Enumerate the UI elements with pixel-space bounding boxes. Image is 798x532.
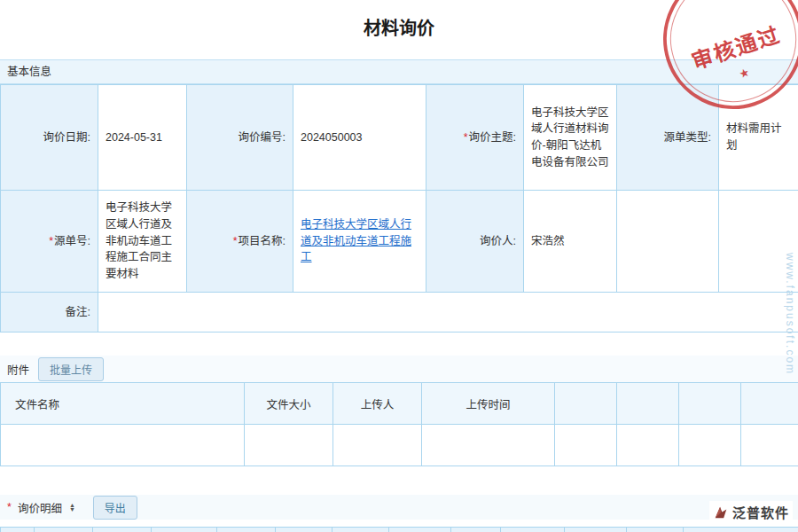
attach-col-filesize: 文件大小 bbox=[245, 383, 333, 425]
project-name-value: 电子科技大学区域人行道及非机动车道工程施工 bbox=[293, 191, 426, 293]
detail-col-unit: 单位 bbox=[217, 528, 276, 532]
attach-col-extra-4 bbox=[741, 383, 798, 425]
detail-col-remark: 备注 bbox=[684, 528, 798, 532]
attach-col-upload-time: 上传时间 bbox=[422, 383, 555, 425]
detail-required-mark: * bbox=[7, 501, 12, 513]
basic-info-table: 询价日期: 2024-05-31 询价编号: 2024050003 *询价主题:… bbox=[0, 84, 798, 332]
section-basic-info: 基本信息 bbox=[0, 59, 798, 84]
remark-value bbox=[98, 293, 798, 332]
inquiry-date-value: 2024-05-31 bbox=[98, 85, 187, 191]
export-button[interactable]: 导出 bbox=[93, 496, 137, 520]
detail-col-tax-incl-price: *含税单价 bbox=[389, 528, 451, 532]
sort-icon[interactable]: ▲▼ bbox=[69, 503, 75, 512]
fanpu-logo: 泛普软件 bbox=[709, 501, 793, 523]
attachments-table: 文件名称 文件大小 上传人 上传时间 bbox=[0, 382, 798, 466]
detail-header-row: 序号 *材料名称 材料编号 规格型号 单位 *数量 *供应商 *含税单价 *税率… bbox=[1, 528, 798, 532]
remark-label: 备注: bbox=[1, 293, 98, 332]
inquirer-label: 询价人: bbox=[426, 191, 524, 293]
detail-col-tax-rate: *税率(%) bbox=[451, 528, 501, 532]
detail-col-tax-excl-amount: 不含税金额 bbox=[565, 528, 627, 532]
detail-col-supplier: *供应商 bbox=[332, 528, 389, 532]
source-type-label: 源单类型: bbox=[617, 85, 719, 191]
attach-col-extra-2 bbox=[617, 383, 679, 425]
inquirer-value: 宋浩然 bbox=[524, 191, 617, 293]
detail-col-seq: 序号 bbox=[1, 528, 35, 532]
detail-col-material-name: *材料名称 bbox=[35, 528, 93, 532]
inquiry-subject-value: 电子科技大学区域人行道材料询价-朝阳飞达机电设备有限公司 bbox=[524, 85, 617, 191]
source-type-value: 材料需用计划 bbox=[719, 85, 798, 191]
detail-col-material-code: 材料编号 bbox=[93, 528, 152, 532]
inquiry-no-value: 2024050003 bbox=[293, 85, 426, 191]
inquiry-detail-table: 序号 *材料名称 材料编号 规格型号 单位 *数量 *供应商 *含税单价 *税率… bbox=[0, 527, 798, 532]
attach-col-uploader: 上传人 bbox=[333, 383, 422, 425]
detail-col-quantity: *数量 bbox=[276, 528, 332, 532]
attachments-section-bar: 附件 批量上传 bbox=[0, 356, 798, 382]
attachments-empty-row bbox=[1, 425, 798, 466]
detail-col-tax-excl-price: 不含税单价 bbox=[501, 528, 565, 532]
project-name-link[interactable]: 电子科技大学区域人行道及非机动车道工程施工 bbox=[301, 218, 411, 264]
material-inquiry-page: 材料询价 审核通过 ★ www.fanpusoft.com 基本信息 询价日期:… bbox=[0, 0, 798, 532]
source-no-label: *源单号: bbox=[1, 191, 98, 293]
detail-col-tax-incl-amount: 含税金额 bbox=[627, 528, 684, 532]
attach-col-filename: 文件名称 bbox=[1, 383, 245, 425]
fanpu-logo-text: 泛普软件 bbox=[732, 503, 789, 521]
detail-section-title: 询价明细 bbox=[18, 499, 62, 516]
watermark: www.fanpusoft.com bbox=[784, 253, 796, 375]
basic-info-row-1: 询价日期: 2024-05-31 询价编号: 2024050003 *询价主题:… bbox=[1, 85, 798, 191]
detail-col-spec-model: 规格型号 bbox=[152, 528, 217, 532]
source-no-value: 电子科技大学区域人行道及非机动车道工程施工合同主要材料 bbox=[98, 191, 187, 293]
attach-col-extra-1 bbox=[555, 383, 617, 425]
inquiry-subject-label: *询价主题: bbox=[426, 85, 524, 191]
fanpu-logo-icon bbox=[713, 505, 729, 520]
project-name-label: *项目名称: bbox=[187, 191, 293, 293]
attachments-header-row: 文件名称 文件大小 上传人 上传时间 bbox=[1, 383, 798, 425]
page-title: 材料询价 bbox=[0, 0, 798, 40]
batch-upload-button[interactable]: 批量上传 bbox=[38, 357, 104, 381]
basic-info-row-2: *源单号: 电子科技大学区域人行道及非机动车道工程施工合同主要材料 *项目名称:… bbox=[1, 191, 798, 293]
inquiry-date-label: 询价日期: bbox=[1, 85, 98, 191]
detail-section-bar: * 询价明细 ▲▼ 导出 bbox=[0, 495, 798, 520]
basic-info-row-3: 备注: bbox=[1, 293, 798, 332]
empty-label-cell bbox=[617, 191, 719, 293]
attachments-section-title: 附件 bbox=[7, 361, 29, 378]
inquiry-no-label: 询价编号: bbox=[187, 85, 293, 191]
attach-col-extra-3 bbox=[679, 383, 741, 425]
